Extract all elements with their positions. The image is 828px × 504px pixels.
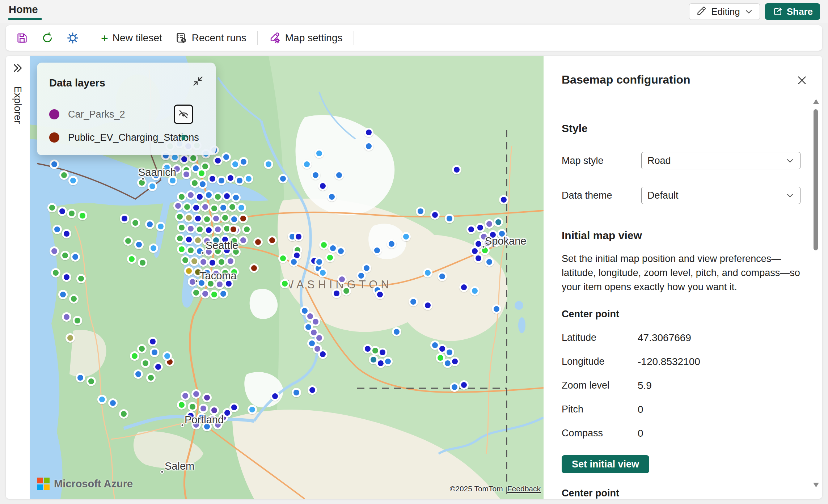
data-point[interactable] — [459, 283, 469, 292]
data-point[interactable] — [202, 215, 212, 224]
data-point[interactable] — [59, 170, 69, 180]
data-point[interactable] — [182, 170, 191, 179]
close-panel-button[interactable] — [796, 75, 808, 87]
data-point[interactable] — [210, 290, 219, 299]
data-point[interactable] — [231, 193, 241, 202]
data-point[interactable] — [177, 192, 186, 202]
scrollbar-thumb[interactable] — [814, 109, 818, 250]
data-point[interactable] — [222, 191, 232, 201]
data-point[interactable] — [387, 239, 396, 249]
data-point[interactable] — [149, 243, 158, 253]
data-point[interactable] — [175, 212, 185, 221]
settings-button[interactable] — [62, 29, 84, 47]
data-point[interactable] — [499, 195, 508, 204]
data-point[interactable] — [364, 128, 373, 137]
data-point[interactable] — [191, 389, 201, 399]
data-point[interactable] — [220, 213, 230, 223]
data-point[interactable] — [409, 297, 418, 306]
data-point[interactable] — [452, 165, 461, 174]
data-point[interactable] — [184, 213, 194, 223]
data-point[interactable] — [127, 254, 136, 264]
data-point[interactable] — [195, 225, 204, 234]
data-point[interactable] — [123, 236, 133, 246]
data-point[interactable] — [86, 377, 96, 386]
data-point[interactable] — [494, 217, 503, 227]
data-point[interactable] — [217, 257, 226, 267]
map-settings-button[interactable]: Map settings — [263, 29, 348, 47]
data-point[interactable] — [199, 404, 208, 413]
data-point[interactable] — [325, 253, 335, 262]
data-point[interactable] — [68, 176, 78, 185]
data-point[interactable] — [182, 202, 192, 212]
data-point[interactable] — [445, 214, 454, 223]
data-point[interactable] — [237, 203, 246, 212]
data-point[interactable] — [314, 149, 324, 158]
data-point[interactable] — [47, 203, 57, 212]
data-point[interactable] — [267, 236, 277, 245]
data-point[interactable] — [311, 170, 320, 180]
data-point[interactable] — [280, 279, 290, 288]
data-point[interactable] — [108, 398, 118, 408]
data-point[interactable] — [134, 369, 143, 379]
data-point[interactable] — [177, 223, 186, 232]
data-point[interactable] — [134, 240, 144, 249]
data-point[interactable] — [58, 290, 68, 299]
data-point[interactable] — [416, 207, 425, 216]
data-point[interactable] — [50, 160, 59, 169]
recent-runs-button[interactable]: Recent runs — [170, 29, 252, 47]
data-point[interactable] — [423, 301, 432, 310]
toggle-visibility-ev-stations[interactable] — [174, 128, 193, 147]
data-point[interactable] — [318, 350, 328, 359]
data-point[interactable] — [253, 237, 263, 247]
data-point[interactable] — [221, 152, 231, 162]
set-initial-view-button[interactable]: Set initial view — [562, 455, 649, 473]
data-point[interactable] — [450, 357, 460, 366]
data-point[interactable] — [50, 246, 59, 256]
data-point[interactable] — [229, 403, 239, 412]
data-point[interactable] — [190, 257, 199, 266]
data-point[interactable] — [76, 274, 86, 283]
scroll-up-arrow[interactable] — [813, 99, 819, 104]
data-point[interactable] — [130, 351, 139, 361]
data-point[interactable] — [184, 266, 194, 276]
data-point[interactable] — [302, 160, 312, 169]
collapse-panel-icon[interactable] — [192, 75, 204, 87]
data-point[interactable] — [378, 348, 387, 357]
data-point[interactable] — [270, 391, 280, 401]
editing-mode-dropdown[interactable]: Editing — [689, 3, 760, 20]
data-point[interactable] — [375, 290, 385, 299]
data-point[interactable] — [186, 246, 195, 255]
data-point[interactable] — [278, 174, 288, 183]
data-point[interactable] — [193, 214, 203, 223]
data-point[interactable] — [184, 235, 194, 244]
data-point[interactable] — [173, 201, 183, 211]
data-point[interactable] — [229, 225, 238, 234]
data-point[interactable] — [450, 382, 459, 392]
data-point[interactable] — [327, 192, 337, 202]
feedback-link[interactable]: Feedback — [507, 484, 541, 493]
data-point[interactable] — [372, 246, 382, 255]
data-point[interactable] — [175, 234, 185, 243]
data-point[interactable] — [430, 210, 440, 220]
data-point[interactable] — [179, 154, 189, 164]
data-point[interactable] — [162, 351, 172, 361]
data-point[interactable] — [150, 348, 159, 357]
data-point[interactable] — [337, 275, 347, 284]
data-point[interactable] — [239, 157, 248, 166]
data-point[interactable] — [278, 254, 288, 263]
data-point[interactable] — [470, 286, 480, 296]
tab-home[interactable]: Home — [9, 4, 38, 16]
data-point[interactable] — [202, 393, 212, 402]
data-point[interactable] — [181, 255, 190, 265]
data-point[interactable] — [51, 268, 60, 278]
data-point[interactable] — [213, 225, 223, 234]
refresh-button[interactable] — [36, 29, 59, 47]
data-point[interactable] — [248, 405, 257, 414]
data-point[interactable] — [319, 240, 329, 250]
data-point[interactable] — [226, 173, 235, 183]
data-point[interactable] — [459, 380, 469, 390]
expand-explorer-button[interactable] — [12, 62, 24, 74]
data-point[interactable] — [423, 268, 432, 278]
data-point[interactable] — [208, 258, 217, 267]
data-point[interactable] — [62, 272, 71, 282]
